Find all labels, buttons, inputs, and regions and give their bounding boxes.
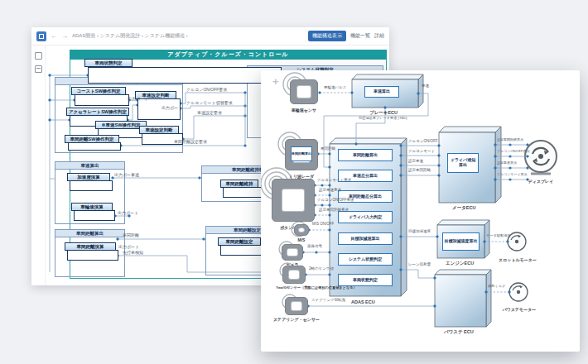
front-window: + 車速算出ブレーキECU車間距離算出車速差分算出車間距離差分算出ドライバ入力判… [261, 70, 580, 352]
connector-layer-front [261, 70, 580, 352]
